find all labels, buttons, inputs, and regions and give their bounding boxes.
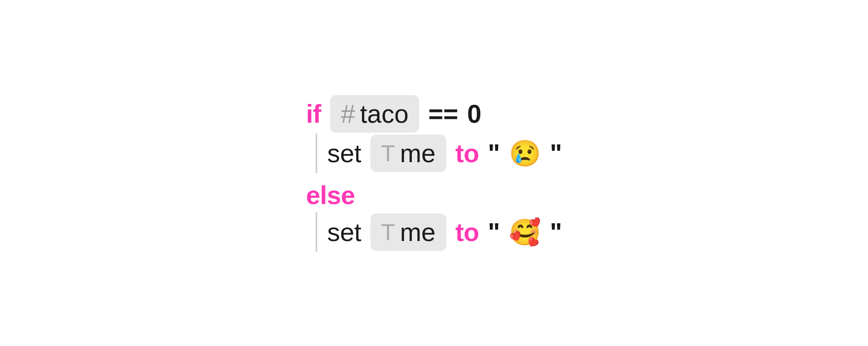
zero-value: 0	[467, 99, 481, 129]
me-var-2: me	[400, 217, 435, 247]
eq-operator: ==	[428, 99, 458, 129]
if-body: set T me to "😢"	[316, 134, 562, 173]
to-keyword-1: to	[455, 138, 479, 168]
taco-label: taco	[360, 99, 408, 129]
cry-emoji: 😢	[509, 138, 541, 169]
love-emoji: 🥰	[509, 217, 541, 247]
set-keyword-2: set	[327, 217, 361, 247]
code-block: if # taco == 0 set T me to "😢" else set …	[286, 84, 581, 262]
me-var-1: me	[400, 138, 435, 168]
else-body: set T me to "🥰"	[316, 212, 562, 252]
hash-symbol: #	[341, 99, 355, 129]
love-emoji-open: "	[488, 217, 500, 247]
set-cry-line: set T me to "😢"	[327, 134, 562, 173]
love-emoji-close: "	[550, 217, 562, 247]
set-love-line: set T me to "🥰"	[327, 212, 562, 252]
else-line: else	[306, 178, 562, 212]
t-type-1: T	[381, 140, 395, 167]
set-keyword-1: set	[327, 138, 361, 168]
t-type-2: T	[381, 219, 395, 245]
if-line: if # taco == 0	[306, 94, 562, 134]
me-pill-2: T me	[370, 213, 446, 251]
taco-pill: # taco	[330, 95, 419, 133]
to-keyword-2: to	[455, 217, 479, 247]
if-keyword: if	[306, 99, 321, 129]
else-keyword: else	[306, 180, 355, 210]
me-pill-1: T me	[370, 135, 446, 172]
cry-emoji-open: "	[488, 138, 500, 168]
cry-emoji-close: "	[550, 138, 562, 168]
